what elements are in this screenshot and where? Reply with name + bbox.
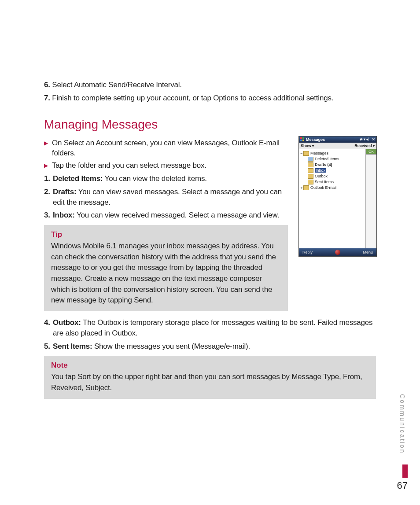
list-num: 1. [44, 173, 53, 184]
svg-rect-0 [300, 137, 302, 139]
step-6-number: 6. [44, 81, 50, 89]
step-7-text: Finish to complete setting up your accou… [50, 94, 333, 102]
device-sidepane: OK [365, 149, 376, 248]
list-text: You can view saved messages. Select a me… [53, 188, 282, 206]
tip-box: Tip Windows Mobile 6.1 manages your inbo… [44, 225, 288, 311]
tree-node-deleted[interactable]: Deleted Items [300, 156, 365, 162]
tip-body: Windows Mobile 6.1 manages your inbox me… [51, 241, 281, 306]
device-screenshot: Messages ⇄ ▾ ◂⎸ ✕ Show Received −Message… [298, 136, 377, 257]
bullet-2-text: Tap the folder and you can select messag… [52, 160, 206, 171]
device-bottombar: Reply Menu [299, 248, 376, 256]
show-dropdown[interactable]: Show [301, 144, 314, 148]
list-label: Outbox: [53, 318, 81, 327]
list-item-3: 3. Inbox: You can view received messaged… [44, 210, 288, 221]
svg-rect-3 [302, 140, 304, 141]
side-accent [402, 464, 408, 478]
list-item-2: 2. Drafts: You can view saved messages. … [44, 187, 288, 208]
note-body: You tap Sort by on the upper right bar a… [51, 372, 369, 393]
arrow-icon: ▶ [44, 138, 52, 159]
close-icon[interactable]: ✕ [372, 137, 375, 141]
list-text: You can view received messaged. Select a… [75, 211, 279, 219]
list-item-4: 4. Outbox: The Outbox is temporary stora… [44, 317, 376, 339]
device-title: Messages [306, 137, 359, 142]
folder-icon [308, 162, 313, 167]
tree-node-outlook[interactable]: +Outlook E-mail [300, 185, 365, 191]
folder-icon [308, 174, 313, 179]
list-text: You can view the deleted items. [103, 174, 206, 183]
svg-rect-1 [302, 137, 304, 139]
arrow-icon: ▶ [44, 160, 52, 171]
ok-button[interactable]: OK [366, 149, 376, 155]
step-7-number: 7. [44, 94, 50, 102]
page-number: 67 [397, 480, 408, 491]
volume-icon: ◂⎸ [366, 137, 371, 142]
signal-icon: ▾ [364, 137, 365, 141]
list-item-1: 1. Deleted Items: You can view the delet… [44, 173, 288, 184]
list-label: Deleted Items: [53, 174, 103, 183]
step-7: 7. Finish to complete setting up your ac… [44, 93, 376, 103]
step-6-text: Select Automatic Send/Receive Interval. [50, 81, 182, 89]
list-num: 3. [44, 210, 53, 221]
folder-icon [308, 157, 313, 162]
tree-node-outbox[interactable]: Outbox [300, 173, 365, 179]
step-6: 6. Select Automatic Send/Receive Interva… [44, 80, 376, 90]
folder-tree: −Messages Deleted Items Drafts (4) Inbox… [299, 149, 365, 248]
folder-icon [308, 168, 313, 173]
menu-button[interactable]: Menu [363, 250, 373, 254]
tree-node-inbox[interactable]: Inbox [300, 168, 365, 173]
list-num: 2. [44, 187, 53, 208]
bullet-1-text: On Select an Account screen, you can vie… [52, 138, 288, 159]
section-heading: Managing Messages [44, 118, 376, 132]
note-title: Note [51, 361, 369, 370]
device-toolbar: Show Received [299, 143, 376, 149]
sync-icon: ⇄ [360, 137, 363, 141]
note-box: Note You tap Sort by on the upper right … [44, 356, 376, 398]
list-num: 5. [44, 341, 53, 352]
bullet-2: ▶ Tap the folder and you can select mess… [44, 160, 288, 171]
folder-icon [303, 185, 309, 190]
list-label: Drafts: [53, 188, 76, 196]
list-label: Sent Items: [53, 342, 92, 350]
folder-icon [308, 180, 313, 184]
tip-title: Tip [51, 230, 281, 239]
tree-node-sent[interactable]: Sent Items [300, 179, 365, 185]
record-icon[interactable] [335, 250, 340, 255]
bullet-1: ▶ On Select an Account screen, you can v… [44, 138, 288, 159]
tree-node-messages[interactable]: −Messages [300, 151, 365, 156]
side-tab-label: Communication [399, 394, 406, 454]
list-label: Inbox: [53, 211, 75, 219]
list-text: The Outbox is temporary storage place fo… [53, 318, 372, 337]
device-titlebar: Messages ⇄ ▾ ◂⎸ ✕ [299, 136, 376, 143]
folder-icon [303, 151, 309, 156]
list-num: 4. [44, 317, 53, 339]
list-text: Show the messages you sent (Message/e-ma… [92, 342, 250, 350]
reply-button[interactable]: Reply [302, 250, 313, 254]
windows-flag-icon [300, 137, 305, 142]
list-item-5: 5. Sent Items: Show the messages you sen… [44, 341, 376, 352]
svg-rect-2 [300, 140, 302, 141]
tree-node-drafts[interactable]: Drafts (4) [300, 162, 365, 168]
received-dropdown[interactable]: Received [354, 144, 375, 148]
